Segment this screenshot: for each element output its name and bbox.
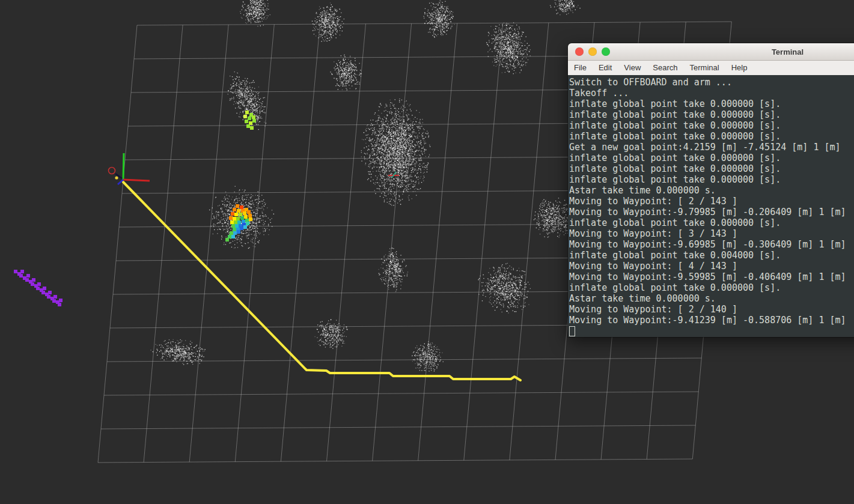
terminal-line: Moving to Waypoint: [ 2 / 143 ] [569,196,854,207]
window-title: Terminal [568,47,854,56]
terminal-line: Moving to Waypoint: [ 2 / 140 ] [569,304,854,315]
menu-terminal[interactable]: Terminal [684,61,725,75]
menu-view[interactable]: View [618,61,647,75]
terminal-line: Moving to Waypoint:-9.79985 [m] -0.20640… [569,207,854,217]
terminal-line: Moving to Waypoint:-9.69985 [m] -0.30640… [569,239,854,250]
voxel-cluster-purple-trail [14,270,63,306]
terminal-cursor [569,326,575,336]
menu-search[interactable]: Search [647,61,683,75]
terminal-line: inflate global point take 0.000000 [s]. [569,99,854,109]
terminal-line: inflate global point take 0.000000 [s]. [569,131,854,142]
menu-edit[interactable]: Edit [593,61,618,75]
axis-z [123,153,124,180]
voxel-cluster-cost-rainbow [225,204,252,241]
terminal-line: inflate global point take 0.000000 [s]. [569,163,854,174]
terminal-line: Moving to Waypoint:-9.59985 [m] -0.40640… [569,272,854,282]
terminal-line: Astar take time 0.000000 s. [569,293,854,304]
terminal-output[interactable]: Switch to OFFBOARD and arm ...Takeoff ..… [568,75,854,337]
terminal-titlebar[interactable]: Terminal [568,43,854,61]
terminal-line: inflate global point take 0.000000 [s]. [569,109,854,120]
terminal-line: Moving to Waypoint: [ 4 / 143 ] [569,261,854,272]
drone-rotor-ring [109,168,115,174]
terminal-line: inflate global point take 0.000000 [s]. [569,282,854,293]
terminal-line: Switch to OFFBOARD and arm ... [569,77,854,88]
menu-help[interactable]: Help [725,61,754,75]
axis-x [123,180,150,181]
menu-file[interactable]: File [568,61,593,75]
drone-body-dot [115,176,118,179]
voxel-cluster-frontier-green [243,111,256,130]
rviz-viewport[interactable]: Terminal FileEditViewSearchTerminalHelp … [0,0,854,504]
terminal-line: inflate global point take 0.000000 [s]. [569,120,854,131]
terminal-line: Takeoff ... [569,88,854,99]
terminal-window: Terminal FileEditViewSearchTerminalHelp … [568,43,854,337]
terminal-line: inflate global point take 0.000000 [s]. [569,153,854,163]
window-controls [568,47,610,56]
maximize-button[interactable] [602,47,610,56]
terminal-line: Moving to Waypoint:-9.41239 [m] -0.58870… [569,315,854,326]
planned-path [123,182,520,380]
terminal-line: inflate global point take 0.000000 [s]. [569,217,854,228]
minimize-button[interactable] [588,47,597,56]
terminal-menubar: FileEditViewSearchTerminalHelp [568,61,854,76]
terminal-line: Astar take time 0.000000 s. [569,185,854,196]
terminal-line: Get a new goal point:4.2159 [m] -7.45124… [569,142,854,153]
terminal-line: Moving to Waypoint: [ 3 / 143 ] [569,228,854,239]
close-button[interactable] [575,47,584,56]
terminal-line: inflate global point take 0.000000 [s]. [569,174,854,185]
terminal-line: inflate global point take 0.004000 [s]. [569,250,854,261]
